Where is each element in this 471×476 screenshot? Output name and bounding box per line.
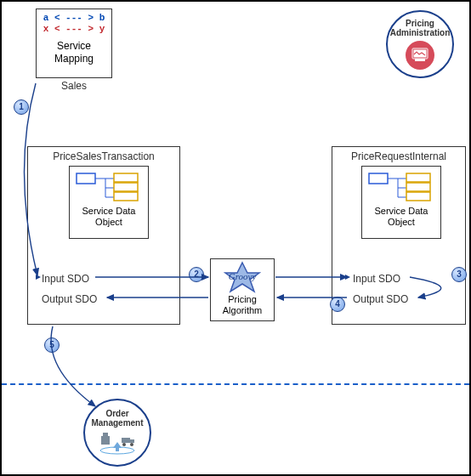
pricing-administration-node: Pricing Administration — [386, 10, 454, 78]
svg-rect-18 — [406, 173, 430, 182]
svg-point-29 — [130, 443, 133, 446]
sdo-icon — [75, 170, 143, 204]
sales-label: Sales — [36, 80, 112, 92]
pricing-administration-label: Pricing Administration — [388, 19, 452, 37]
pricing-algorithm-box: Groovy Pricing Algorithm — [210, 258, 275, 321]
order-management-icon — [98, 431, 137, 453]
step-badge-2: 2 — [189, 267, 204, 282]
pricing-algorithm-label: Pricing Algorithm — [211, 293, 274, 315]
price-sales-transaction-box: PriceSalesTransaction Service Data Objec… — [27, 146, 180, 325]
pricing-admin-icon — [406, 41, 434, 70]
pri-output-sdo: Output SDO — [353, 293, 408, 305]
pri-sdo-label: Service Data Object — [362, 206, 440, 228]
service-mapping-box: a < --- > b x < --- > y Service Mapping — [36, 8, 112, 78]
step-badge-1: 1 — [14, 99, 29, 115]
svg-rect-27 — [130, 439, 134, 443]
groovy-star-icon: Groovy — [217, 261, 268, 293]
svg-rect-9 — [114, 173, 138, 182]
service-mapping-label: Service Mapping — [37, 40, 111, 65]
mapping-code-1: a < --- > b — [43, 13, 105, 23]
svg-rect-24 — [101, 436, 110, 445]
pst-output-sdo: Output SDO — [42, 293, 97, 305]
svg-rect-11 — [114, 192, 138, 201]
price-request-internal-box: PriceRequestInternal Service Data Object… — [332, 146, 466, 325]
svg-rect-10 — [114, 183, 138, 191]
boundary-dashed-line — [2, 383, 469, 385]
pri-input-sdo: Input SDO — [353, 273, 400, 285]
mapping-code: a < --- > b x < --- > y — [37, 9, 111, 35]
step-badge-3: 3 — [451, 267, 467, 282]
svg-rect-31 — [116, 448, 119, 451]
sdo-icon — [367, 170, 435, 204]
step-badge-5: 5 — [44, 337, 60, 353]
svg-point-28 — [122, 443, 126, 446]
svg-rect-26 — [122, 438, 130, 443]
order-management-node: Order Management — [83, 399, 151, 467]
svg-rect-25 — [103, 433, 108, 437]
svg-rect-2 — [415, 59, 425, 61]
pri-title: PriceRequestInternal — [332, 147, 465, 164]
pst-title: PriceSalesTransaction — [28, 147, 179, 164]
svg-marker-30 — [113, 442, 122, 448]
pst-sdo-label: Service Data Object — [70, 206, 148, 228]
svg-rect-19 — [406, 183, 430, 191]
pri-sdo-box: Service Data Object — [361, 166, 441, 239]
order-management-label: Order Management — [85, 409, 150, 428]
diagram-canvas: a < --- > b x < --- > y Service Mapping … — [0, 0, 471, 476]
svg-rect-12 — [369, 173, 388, 184]
pst-sdo-box: Service Data Object — [69, 166, 149, 239]
svg-rect-3 — [77, 173, 95, 184]
svg-rect-20 — [406, 192, 430, 201]
mapping-code-2: x < --- > y — [43, 24, 105, 34]
pst-input-sdo: Input SDO — [42, 273, 89, 285]
svg-text:Groovy: Groovy — [229, 271, 257, 281]
step-badge-4: 4 — [330, 297, 345, 312]
